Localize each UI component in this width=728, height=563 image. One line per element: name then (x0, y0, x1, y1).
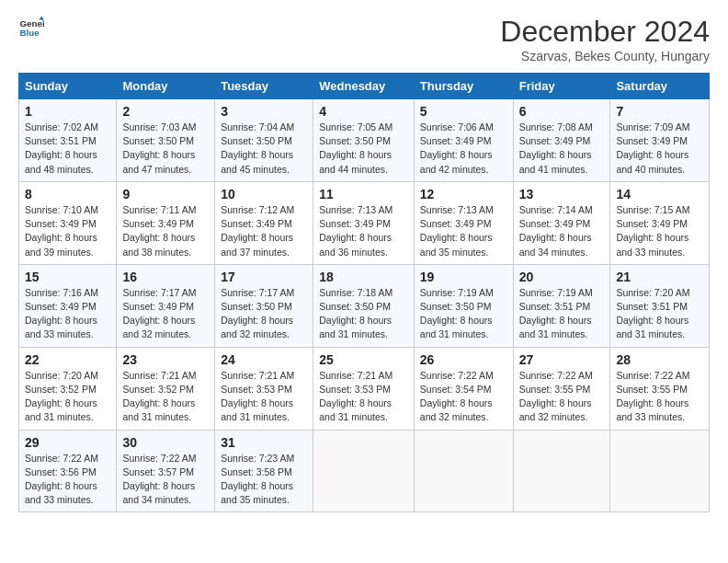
logo-icon: General Blue (18, 15, 44, 40)
calendar-cell: 29Sunrise: 7:22 AM Sunset: 3:56 PM Dayli… (19, 430, 117, 512)
calendar-cell: 5Sunrise: 7:06 AM Sunset: 3:49 PM Daylig… (414, 99, 513, 182)
calendar-cell: 24Sunrise: 7:21 AM Sunset: 3:53 PM Dayli… (215, 347, 313, 430)
calendar-cell: 22Sunrise: 7:20 AM Sunset: 3:52 PM Dayli… (19, 347, 117, 430)
day-info: Sunrise: 7:17 AM Sunset: 3:50 PM Dayligh… (221, 286, 307, 342)
calendar-cell: 14Sunrise: 7:15 AM Sunset: 3:49 PM Dayli… (610, 181, 710, 264)
day-number: 1 (25, 104, 110, 119)
header-monday: Monday (117, 74, 215, 99)
day-number: 16 (122, 270, 209, 284)
day-number: 29 (25, 435, 110, 450)
day-info: Sunrise: 7:14 AM Sunset: 3:49 PM Dayligh… (519, 203, 605, 259)
calendar-cell: 2Sunrise: 7:03 AM Sunset: 3:50 PM Daylig… (117, 99, 215, 182)
week-row-5: 29Sunrise: 7:22 AM Sunset: 3:56 PM Dayli… (19, 430, 710, 512)
day-number: 27 (519, 352, 605, 367)
day-info: Sunrise: 7:21 AM Sunset: 3:52 PM Dayligh… (122, 369, 209, 425)
calendar-cell (313, 430, 415, 512)
header-saturday: Saturday (610, 74, 710, 99)
calendar-cell (414, 430, 513, 512)
day-number: 2 (122, 104, 209, 119)
day-number: 9 (122, 187, 209, 201)
day-number: 6 (519, 104, 605, 119)
calendar-header-row: SundayMondayTuesdayWednesdayThursdayFrid… (19, 74, 710, 99)
logo: General Blue (18, 15, 44, 40)
calendar-cell: 13Sunrise: 7:14 AM Sunset: 3:49 PM Dayli… (513, 181, 610, 264)
day-number: 13 (519, 187, 605, 201)
day-info: Sunrise: 7:17 AM Sunset: 3:49 PM Dayligh… (122, 286, 209, 342)
calendar-cell: 26Sunrise: 7:22 AM Sunset: 3:54 PM Dayli… (414, 347, 513, 430)
calendar-cell: 8Sunrise: 7:10 AM Sunset: 3:49 PM Daylig… (19, 181, 117, 264)
day-number: 31 (221, 435, 307, 450)
calendar-cell: 7Sunrise: 7:09 AM Sunset: 3:49 PM Daylig… (610, 99, 710, 182)
calendar-cell: 10Sunrise: 7:12 AM Sunset: 3:49 PM Dayli… (215, 181, 313, 264)
day-info: Sunrise: 7:09 AM Sunset: 3:49 PM Dayligh… (616, 121, 703, 177)
week-row-1: 1Sunrise: 7:02 AM Sunset: 3:51 PM Daylig… (19, 99, 710, 182)
day-info: Sunrise: 7:19 AM Sunset: 3:51 PM Dayligh… (519, 286, 605, 342)
day-number: 10 (221, 187, 307, 201)
day-number: 19 (420, 270, 507, 284)
day-info: Sunrise: 7:16 AM Sunset: 3:49 PM Dayligh… (25, 286, 110, 342)
day-info: Sunrise: 7:13 AM Sunset: 3:49 PM Dayligh… (420, 203, 507, 259)
day-info: Sunrise: 7:20 AM Sunset: 3:51 PM Dayligh… (616, 286, 703, 342)
day-info: Sunrise: 7:11 AM Sunset: 3:49 PM Dayligh… (122, 203, 209, 259)
page-header: General Blue December 2024 Szarvas, Beke… (18, 15, 710, 63)
calendar-cell: 4Sunrise: 7:05 AM Sunset: 3:50 PM Daylig… (313, 99, 415, 182)
month-title: December 2024 (500, 15, 710, 49)
header-sunday: Sunday (19, 74, 117, 99)
calendar-cell: 15Sunrise: 7:16 AM Sunset: 3:49 PM Dayli… (19, 264, 117, 347)
calendar-table: SundayMondayTuesdayWednesdayThursdayFrid… (18, 73, 710, 512)
day-info: Sunrise: 7:06 AM Sunset: 3:49 PM Dayligh… (420, 121, 507, 177)
week-row-4: 22Sunrise: 7:20 AM Sunset: 3:52 PM Dayli… (19, 347, 710, 430)
day-number: 18 (319, 270, 408, 284)
day-number: 5 (420, 104, 507, 119)
calendar-cell (513, 430, 610, 512)
day-number: 26 (420, 352, 507, 367)
day-number: 3 (221, 104, 307, 119)
day-number: 11 (319, 187, 408, 201)
calendar-cell: 1Sunrise: 7:02 AM Sunset: 3:51 PM Daylig… (19, 99, 117, 182)
day-number: 25 (319, 352, 408, 367)
calendar-cell: 12Sunrise: 7:13 AM Sunset: 3:49 PM Dayli… (414, 181, 513, 264)
day-number: 17 (221, 270, 307, 284)
day-info: Sunrise: 7:21 AM Sunset: 3:53 PM Dayligh… (221, 369, 307, 425)
calendar-cell: 28Sunrise: 7:22 AM Sunset: 3:55 PM Dayli… (610, 347, 710, 430)
day-info: Sunrise: 7:03 AM Sunset: 3:50 PM Dayligh… (122, 121, 209, 177)
calendar-cell (610, 430, 710, 512)
week-row-3: 15Sunrise: 7:16 AM Sunset: 3:49 PM Dayli… (19, 264, 710, 347)
day-info: Sunrise: 7:12 AM Sunset: 3:49 PM Dayligh… (221, 203, 307, 259)
calendar-cell: 25Sunrise: 7:21 AM Sunset: 3:53 PM Dayli… (313, 347, 415, 430)
svg-text:Blue: Blue (19, 28, 40, 38)
day-info: Sunrise: 7:21 AM Sunset: 3:53 PM Dayligh… (319, 369, 408, 425)
day-info: Sunrise: 7:22 AM Sunset: 3:57 PM Dayligh… (122, 452, 209, 508)
day-info: Sunrise: 7:18 AM Sunset: 3:50 PM Dayligh… (319, 286, 408, 342)
header-tuesday: Tuesday (215, 74, 313, 99)
calendar-cell: 16Sunrise: 7:17 AM Sunset: 3:49 PM Dayli… (117, 264, 215, 347)
day-info: Sunrise: 7:05 AM Sunset: 3:50 PM Dayligh… (319, 121, 408, 177)
day-info: Sunrise: 7:02 AM Sunset: 3:51 PM Dayligh… (25, 121, 110, 177)
calendar-cell: 11Sunrise: 7:13 AM Sunset: 3:49 PM Dayli… (313, 181, 415, 264)
day-info: Sunrise: 7:22 AM Sunset: 3:55 PM Dayligh… (616, 369, 703, 425)
day-number: 21 (616, 270, 703, 284)
title-block: December 2024 Szarvas, Bekes County, Hun… (500, 15, 710, 63)
day-info: Sunrise: 7:08 AM Sunset: 3:49 PM Dayligh… (519, 121, 605, 177)
header-friday: Friday (513, 74, 610, 99)
calendar-cell: 3Sunrise: 7:04 AM Sunset: 3:50 PM Daylig… (215, 99, 313, 182)
calendar-cell: 27Sunrise: 7:22 AM Sunset: 3:55 PM Dayli… (513, 347, 610, 430)
day-number: 28 (616, 352, 703, 367)
day-number: 22 (25, 352, 110, 367)
day-number: 20 (519, 270, 605, 284)
day-number: 12 (420, 187, 507, 201)
calendar-cell: 6Sunrise: 7:08 AM Sunset: 3:49 PM Daylig… (513, 99, 610, 182)
calendar-cell: 30Sunrise: 7:22 AM Sunset: 3:57 PM Dayli… (117, 430, 215, 512)
calendar-cell: 19Sunrise: 7:19 AM Sunset: 3:50 PM Dayli… (414, 264, 513, 347)
calendar-body: 1Sunrise: 7:02 AM Sunset: 3:51 PM Daylig… (19, 99, 710, 512)
day-number: 14 (616, 187, 703, 201)
day-number: 4 (319, 104, 408, 119)
calendar-cell: 20Sunrise: 7:19 AM Sunset: 3:51 PM Dayli… (513, 264, 610, 347)
calendar-cell: 21Sunrise: 7:20 AM Sunset: 3:51 PM Dayli… (610, 264, 710, 347)
day-info: Sunrise: 7:15 AM Sunset: 3:49 PM Dayligh… (616, 203, 703, 259)
day-info: Sunrise: 7:20 AM Sunset: 3:52 PM Dayligh… (25, 369, 110, 425)
calendar-cell: 9Sunrise: 7:11 AM Sunset: 3:49 PM Daylig… (117, 181, 215, 264)
day-info: Sunrise: 7:13 AM Sunset: 3:49 PM Dayligh… (319, 203, 408, 259)
header-wednesday: Wednesday (313, 74, 415, 99)
day-info: Sunrise: 7:22 AM Sunset: 3:56 PM Dayligh… (25, 452, 110, 508)
